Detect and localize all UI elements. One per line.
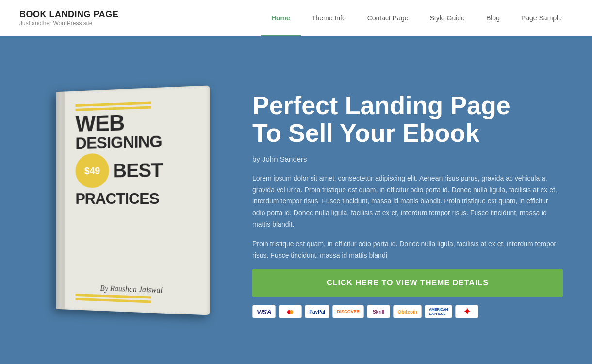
hero-section: WEB DESIGNING $49 BEST PRACTICES By Raus… (0, 36, 592, 364)
nav-item-contact[interactable]: Contact Page (357, 0, 419, 36)
payment-bitcoin: ⊙bitcoin (393, 305, 422, 318)
payment-visa: VISA (252, 305, 276, 318)
hero-heading-line1: Perfect Landing Page (252, 91, 510, 119)
book-line-4 (75, 298, 151, 303)
hero-description-1: Lorem ipsum dolor sit amet, consectetur … (252, 173, 563, 231)
site-title: BOOK LANDING PAGE (19, 9, 118, 20)
book-title-web: WEB (75, 109, 197, 134)
book-title-best: BEST (113, 160, 163, 180)
hero-description-2: Proin tristique est quam, in efficitur o… (252, 238, 563, 262)
hero-author: by John Sanders (252, 155, 563, 163)
site-header: BOOK LANDING PAGE Just another WordPress… (0, 0, 592, 36)
nav-item-theme-info[interactable]: Theme Info (301, 0, 357, 36)
book-title-designing: DESIGNING (75, 132, 197, 150)
nav-item-home[interactable]: Home (261, 0, 301, 36)
book-line-1 (75, 101, 151, 106)
main-nav: Home Theme Info Contact Page Style Guide… (261, 0, 573, 36)
book-title-practices: PRACTICES (75, 190, 197, 206)
hero-heading: Perfect Landing Page To Sell Your Ebook (252, 92, 563, 147)
hero-content: Perfect Landing Page To Sell Your Ebook … (252, 82, 563, 319)
payment-vodafone: ✦ (455, 305, 478, 318)
payment-skrill: Skrill (367, 305, 390, 318)
site-branding: BOOK LANDING PAGE Just another WordPress… (19, 9, 118, 27)
payment-icons-row: VISA ●● PayPal DISCOVER Skrill ⊙bitcoin … (252, 305, 563, 318)
site-tagline: Just another WordPress site (19, 20, 118, 27)
hero-heading-line2: To Sell Your Ebook (252, 119, 479, 147)
nav-item-blog[interactable]: Blog (476, 0, 510, 36)
book-line-3 (75, 294, 151, 298)
nav-item-page-sample[interactable]: Page Sample (510, 0, 573, 36)
book-middle-row: $49 BEST (75, 151, 197, 188)
payment-mastercard: ●● (279, 305, 302, 318)
book-container: WEB DESIGNING $49 BEST PRACTICES By Raus… (29, 36, 233, 364)
book-cover: WEB DESIGNING $49 BEST PRACTICES By Raus… (56, 85, 210, 315)
nav-item-style-guide[interactable]: Style Guide (419, 0, 476, 36)
hero-cta-button[interactable]: CLICK HERE TO VIEW THEME DETAILS (252, 269, 563, 297)
payment-discover: DISCOVER (332, 305, 364, 318)
payment-paypal: PayPal (305, 305, 329, 318)
payment-amex: AMERICANEXPRESS (425, 305, 452, 318)
book-price-badge: $49 (75, 153, 109, 188)
